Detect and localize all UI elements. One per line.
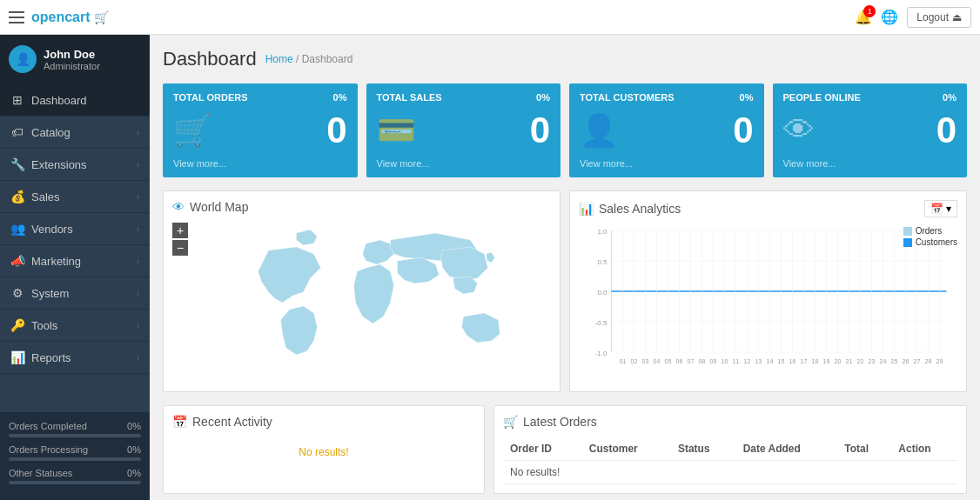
stat-pct: 0%: [333, 92, 347, 103]
main-wrap: 👤 John Doe Administrator ⊞ Dashboard 🏷 C…: [0, 35, 980, 500]
svg-text:16: 16: [789, 358, 796, 364]
map-container: + −: [172, 223, 551, 382]
svg-text:25: 25: [891, 358, 898, 364]
map-controls: + −: [172, 223, 188, 256]
chevron-right-icon: ›: [137, 353, 139, 363]
svg-text:05: 05: [665, 358, 672, 364]
date-picker-button[interactable]: 📅 ▾: [924, 200, 957, 217]
cart-icon: 🛒: [94, 10, 109, 24]
svg-text:23: 23: [869, 358, 876, 364]
middle-row: 👁 World Map + −: [163, 190, 967, 392]
bottom-row: 📅 Recent Activity No results! 🛒 Latest O…: [163, 405, 967, 494]
stat-view-more-link[interactable]: View more...: [377, 158, 551, 169]
svg-text:01: 01: [620, 358, 627, 364]
sidebar-item-extensions[interactable]: 🔧 Extensions ›: [0, 149, 150, 181]
col-status: Status: [671, 437, 736, 461]
world-map-title: World Map: [190, 200, 248, 214]
sidebar-item-vendors[interactable]: 👥 Vendors ›: [0, 213, 150, 245]
chevron-right-icon: ›: [137, 257, 139, 266]
sidebar-item-system[interactable]: ⚙ System ›: [0, 277, 150, 310]
sidebar-item-label: System: [31, 287, 69, 300]
svg-text:0.5: 0.5: [597, 258, 607, 266]
user-role: Administrator: [44, 61, 100, 71]
svg-text:15: 15: [778, 358, 785, 364]
svg-text:27: 27: [914, 358, 921, 364]
hamburger-menu[interactable]: [9, 11, 24, 23]
chevron-right-icon: ›: [137, 321, 139, 330]
other-statuses-pct: 0%: [127, 468, 141, 478]
online-stat-icon: 👁: [783, 112, 815, 149]
sidebar-item-sales[interactable]: 💰 Sales ›: [0, 181, 150, 213]
zoom-in-button[interactable]: +: [172, 223, 188, 238]
sidebar-bottom: Orders Completed 0% Orders Processing 0%: [0, 412, 150, 500]
stat-people-online: PEOPLE ONLINE 0% 👁 0 View more...: [773, 83, 968, 177]
stat-view-more-link[interactable]: View more...: [783, 158, 957, 169]
orders-processing-progress: Orders Processing 0%: [9, 444, 141, 461]
orders-table: Order ID Customer Status Date Added Tota…: [503, 437, 957, 484]
chevron-right-icon: ›: [137, 192, 139, 202]
sidebar-item-label: Sales: [31, 190, 60, 203]
sidebar-item-reports[interactable]: 📊 Reports ›: [0, 342, 150, 374]
svg-text:18: 18: [812, 358, 819, 364]
breadcrumb-separator: /: [296, 53, 302, 65]
svg-text:20: 20: [835, 358, 842, 364]
world-map-svg: [194, 223, 573, 379]
analytics-title: Sales Analytics: [599, 202, 681, 216]
orders-processing-label: Orders Processing: [9, 444, 88, 455]
marketing-icon: 📣: [10, 254, 24, 268]
shopping-cart-icon: 🛒: [503, 415, 518, 429]
catalog-icon: 🏷: [10, 125, 24, 139]
logout-button[interactable]: Logout ⏏: [907, 7, 971, 28]
notification-bell[interactable]: 🔔 1: [855, 9, 872, 25]
svg-text:12: 12: [744, 358, 751, 364]
col-date-added: Date Added: [736, 437, 838, 461]
stat-label: TOTAL CUSTOMERS: [580, 92, 675, 103]
svg-text:11: 11: [733, 358, 740, 364]
reports-icon: 📊: [10, 350, 24, 364]
sidebar-item-catalog[interactable]: 🏷 Catalog ›: [0, 117, 150, 149]
extensions-icon: 🔧: [10, 157, 24, 171]
sidebar-item-tools[interactable]: 🔑 Tools ›: [0, 310, 150, 342]
system-icon: ⚙: [10, 286, 24, 300]
sidebar-item-label: Extensions: [31, 158, 87, 171]
logout-icon: ⏏: [952, 11, 962, 23]
sidebar-item-marketing[interactable]: 📣 Marketing ›: [0, 245, 150, 277]
orders-legend-label: Orders: [916, 226, 943, 236]
sidebar-item-label: Catalog: [31, 126, 70, 139]
customers-legend-color: [903, 238, 912, 247]
svg-text:-0.5: -0.5: [595, 319, 607, 327]
chevron-right-icon: ›: [137, 128, 139, 137]
breadcrumb: Home / Dashboard: [265, 53, 353, 65]
chart-container: Orders Customers: [579, 226, 957, 383]
sidebar-item-label: Reports: [31, 351, 71, 364]
orders-processing-pct: 0%: [127, 444, 141, 455]
sidebar-item-dashboard[interactable]: ⊞ Dashboard: [0, 84, 150, 117]
svg-text:19: 19: [823, 358, 830, 364]
analytics-chart-svg: 1.0 0.5 0.0 -0.5 -1.0 01 02 03 04 05 06 …: [579, 226, 957, 374]
breadcrumb-home[interactable]: Home: [265, 53, 293, 65]
topbar-left: opencart 🛒: [9, 10, 109, 25]
svg-text:17: 17: [801, 358, 808, 364]
customers-stat-icon: 👤: [580, 112, 619, 149]
dashboard-icon: ⊞: [10, 93, 24, 107]
stat-view-more-link[interactable]: View more...: [173, 158, 347, 169]
sidebar-item-label: Vendors: [31, 223, 73, 236]
stat-total-customers: TOTAL CUSTOMERS 0% 👤 0 View more...: [569, 83, 764, 177]
zoom-out-button[interactable]: −: [172, 240, 188, 256]
svg-text:09: 09: [710, 358, 717, 364]
sidebar-item-label: Tools: [31, 319, 57, 332]
eye-icon: 👁: [172, 200, 185, 214]
sales-icon: 💰: [10, 190, 24, 203]
topbar-right: 🔔 1 🌐 Logout ⏏: [855, 7, 971, 28]
svg-text:26: 26: [903, 358, 910, 364]
svg-text:29: 29: [936, 358, 943, 364]
analytics-panel: 📊 Sales Analytics 📅 ▾ Orders Customers: [569, 190, 967, 392]
language-selector[interactable]: 🌐: [881, 9, 898, 25]
user-info: 👤 John Doe Administrator: [0, 35, 150, 84]
stat-view-more-link[interactable]: View more...: [580, 158, 754, 169]
orders-completed-progress: Orders Completed 0%: [9, 421, 141, 437]
latest-orders-title: Latest Orders: [523, 415, 597, 429]
stat-label: TOTAL ORDERS: [173, 92, 248, 103]
svg-text:24: 24: [880, 358, 887, 364]
chevron-right-icon: ›: [137, 224, 139, 234]
